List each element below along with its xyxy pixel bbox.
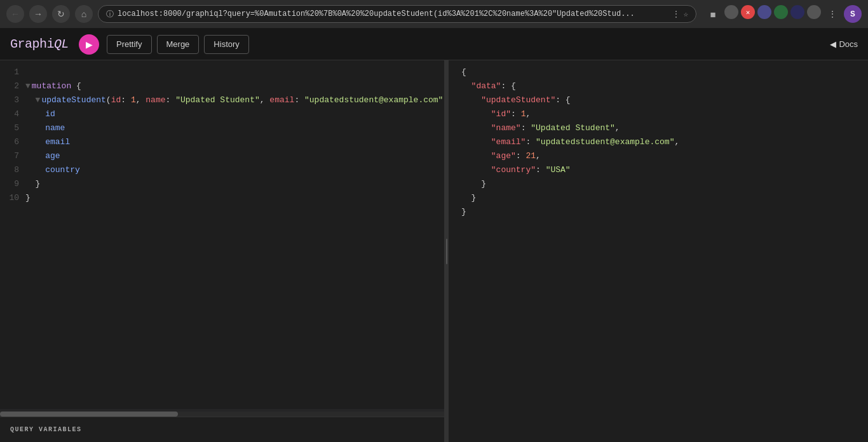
result-line-11: } bbox=[461, 205, 858, 219]
ext-circle-2: ✕ bbox=[741, 5, 755, 19]
result-pane: { "data": { "updateStudent": { "id": 1, … bbox=[449, 60, 868, 442]
chevron-left-icon: ◀ bbox=[830, 39, 836, 49]
extensions-button[interactable]: ■ bbox=[704, 5, 722, 23]
back-button[interactable]: ← bbox=[6, 5, 24, 23]
code-line-1 bbox=[25, 65, 444, 79]
ext-circle-5 bbox=[790, 5, 804, 19]
divider-handle bbox=[446, 239, 447, 264]
result-line-3: "updateStudent": { bbox=[461, 93, 858, 107]
result-line-6: "email": "updatedstudent@example.com", bbox=[461, 135, 858, 149]
play-icon: ▶ bbox=[86, 39, 93, 50]
share-icon: ⋮ bbox=[672, 10, 680, 19]
result-line-4: "id": 1, bbox=[461, 107, 858, 121]
address-bar[interactable]: ⓘ localhost:8000/graphiql?query=%0Amutat… bbox=[98, 5, 696, 23]
browser-chrome: ← → ↻ ⌂ ⓘ localhost:8000/graphiql?query=… bbox=[0, 0, 868, 29]
code-line-9: } bbox=[25, 177, 444, 191]
bookmark-icon: ☆ bbox=[684, 10, 688, 19]
docs-button[interactable]: ◀ Docs bbox=[830, 39, 858, 49]
line-num-2: 2 bbox=[6, 79, 19, 93]
query-editor-pane: 1 2 3 4 5 6 7 8 9 10 ▼mutation { ▼update… bbox=[0, 60, 445, 442]
result-line-9: } bbox=[461, 177, 858, 191]
result-line-numbers bbox=[449, 65, 456, 437]
profile-avatar[interactable]: S bbox=[844, 5, 862, 23]
docs-label: Docs bbox=[839, 39, 858, 49]
run-button[interactable]: ▶ bbox=[79, 34, 99, 55]
url-text: localhost:8000/graphiql?query=%0Amutatio… bbox=[118, 10, 668, 18]
code-line-10: } bbox=[25, 191, 444, 205]
browser-actions: ■ ✕ ⋮ S bbox=[704, 5, 862, 23]
code-line-8: country bbox=[25, 163, 444, 177]
line-num-4: 4 bbox=[6, 107, 19, 121]
result-line-1: { bbox=[461, 65, 858, 79]
code-line-4: id bbox=[25, 107, 444, 121]
result-code: { "data": { "updateStudent": { "id": 1, … bbox=[449, 65, 868, 437]
scrollbar-thumb[interactable] bbox=[0, 412, 178, 417]
query-variables-label: QUERY VARIABLES bbox=[10, 426, 82, 433]
line-num-10: 10 bbox=[6, 191, 19, 205]
graphiql-header: GraphiQL ▶ Prettify Merge History ◀ Docs bbox=[0, 29, 868, 60]
line-num-9: 9 bbox=[6, 177, 19, 191]
line-num-6: 6 bbox=[6, 135, 19, 149]
result-line-10: } bbox=[461, 191, 858, 205]
query-editor-content[interactable]: 1 2 3 4 5 6 7 8 9 10 ▼mutation { ▼update… bbox=[0, 60, 444, 409]
result-line-7: "age": 21, bbox=[461, 149, 858, 163]
line-numbers: 1 2 3 4 5 6 7 8 9 10 bbox=[0, 65, 25, 404]
logo-ql-text: QL bbox=[54, 37, 69, 51]
line-num-5: 5 bbox=[6, 121, 19, 135]
more-button[interactable]: ⋮ bbox=[824, 5, 841, 23]
line-num-3: 3 bbox=[6, 93, 19, 107]
merge-button[interactable]: Merge bbox=[157, 35, 200, 54]
ext-circle-3 bbox=[757, 5, 771, 19]
logo-graph-text: Graphi bbox=[10, 37, 54, 51]
code-line-6: email bbox=[25, 135, 444, 149]
reload-button[interactable]: ↻ bbox=[52, 5, 70, 23]
editor-container: 1 2 3 4 5 6 7 8 9 10 ▼mutation { ▼update… bbox=[0, 60, 868, 442]
line-num-8: 8 bbox=[6, 163, 19, 177]
line-num-1: 1 bbox=[6, 65, 19, 79]
result-line-8: "country": "USA" bbox=[461, 163, 858, 177]
code-line-3: ▼updateStudent(id: 1, name: "Updated Stu… bbox=[25, 93, 444, 107]
code-line-2: ▼mutation { bbox=[25, 79, 444, 93]
code-line-5: name bbox=[25, 121, 444, 135]
code-lines[interactable]: ▼mutation { ▼updateStudent(id: 1, name: … bbox=[25, 65, 444, 404]
home-button[interactable]: ⌂ bbox=[75, 5, 93, 23]
result-content[interactable]: { "data": { "updateStudent": { "id": 1, … bbox=[449, 60, 868, 442]
lock-icon: ⓘ bbox=[106, 9, 114, 20]
code-line-7: age bbox=[25, 149, 444, 163]
scrollbar-track bbox=[0, 412, 444, 417]
result-lines: { "data": { "updateStudent": { "id": 1, … bbox=[456, 65, 868, 437]
forward-button[interactable]: → bbox=[29, 5, 47, 23]
ext-circle-6 bbox=[807, 5, 821, 19]
editor-scrollbar[interactable] bbox=[0, 409, 444, 417]
puzzle-icon: ■ bbox=[710, 9, 715, 20]
ext-circle-4 bbox=[774, 5, 788, 19]
code-editor: 1 2 3 4 5 6 7 8 9 10 ▼mutation { ▼update… bbox=[0, 65, 444, 404]
query-variables-section[interactable]: QUERY VARIABLES bbox=[0, 417, 444, 442]
graphiql-logo: GraphiQL bbox=[10, 37, 69, 51]
history-button[interactable]: History bbox=[204, 35, 248, 54]
result-line-5: "name": "Updated Student", bbox=[461, 121, 858, 135]
prettify-button[interactable]: Prettify bbox=[107, 35, 151, 54]
ext-circle-1 bbox=[724, 5, 738, 19]
line-num-7: 7 bbox=[6, 149, 19, 163]
result-line-2: "data": { bbox=[461, 79, 858, 93]
